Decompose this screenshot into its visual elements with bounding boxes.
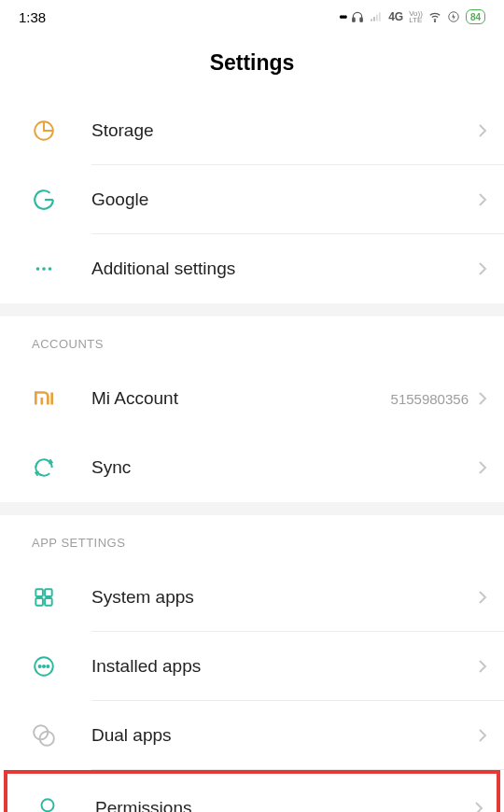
row-value: 5155980356 — [391, 391, 469, 407]
svg-rect-2 — [371, 19, 372, 21]
svg-rect-15 — [45, 598, 52, 606]
svg-point-11 — [49, 267, 52, 271]
row-google[interactable]: Google — [0, 165, 504, 234]
headphones-icon — [351, 10, 364, 23]
section-accounts: ACCOUNTS — [0, 316, 504, 364]
svg-point-6 — [434, 21, 435, 21]
more-icon: ••• — [340, 10, 346, 23]
battery-indicator: 84 — [466, 9, 485, 24]
row-installed-apps[interactable]: Installed apps — [0, 632, 504, 701]
svg-point-9 — [36, 267, 40, 271]
svg-rect-0 — [353, 18, 355, 21]
mi-icon — [32, 386, 56, 411]
chevron-right-icon — [478, 261, 487, 276]
svg-point-10 — [42, 267, 46, 271]
svg-point-22 — [42, 799, 54, 811]
chevron-right-icon — [478, 728, 487, 743]
chevron-right-icon — [478, 460, 487, 475]
volte-label: Vo))LTE — [409, 10, 423, 23]
network-label: 4G — [388, 10, 403, 23]
row-label: Sync — [91, 457, 478, 478]
row-permissions[interactable]: Permissions — [7, 774, 497, 812]
row-dual-apps[interactable]: Dual apps — [0, 701, 504, 770]
permissions-icon — [35, 796, 60, 812]
row-label: Permissions — [95, 798, 474, 812]
status-bar: 1:38 ••• 4G Vo))LTE 84 — [0, 0, 504, 34]
svg-rect-14 — [35, 598, 43, 606]
charging-icon — [447, 10, 460, 23]
chevron-right-icon — [478, 590, 487, 605]
chevron-right-icon — [474, 801, 483, 812]
svg-rect-1 — [360, 18, 362, 21]
row-label: System apps — [91, 587, 478, 608]
row-label: Dual apps — [91, 725, 478, 746]
svg-rect-3 — [373, 17, 375, 21]
section-app-settings: APP SETTINGS — [0, 515, 504, 563]
svg-point-17 — [39, 665, 41, 667]
row-label: Google — [91, 189, 478, 210]
chevron-right-icon — [478, 391, 487, 406]
installed-icon — [32, 654, 56, 679]
grid-icon — [32, 585, 56, 609]
row-label: Installed apps — [91, 656, 478, 677]
row-label: Mi Account — [91, 388, 391, 409]
row-label: Storage — [91, 120, 478, 141]
row-mi-account[interactable]: Mi Account 5155980356 — [0, 364, 504, 433]
highlight-permissions: Permissions — [4, 770, 500, 812]
status-time: 1:38 — [19, 9, 46, 25]
svg-rect-5 — [379, 12, 381, 21]
signal-icon — [370, 10, 383, 23]
svg-point-19 — [47, 665, 49, 667]
svg-point-20 — [34, 725, 48, 739]
wifi-icon — [428, 10, 441, 23]
row-additional-settings[interactable]: Additional settings — [0, 234, 504, 303]
chevron-right-icon — [478, 659, 487, 674]
status-indicators: ••• 4G Vo))LTE 84 — [340, 9, 485, 24]
chevron-right-icon — [478, 123, 487, 138]
row-system-apps[interactable]: System apps — [0, 563, 504, 632]
row-label: Additional settings — [91, 259, 478, 279]
dual-icon — [32, 723, 56, 748]
svg-rect-13 — [45, 589, 52, 596]
row-sync[interactable]: Sync — [0, 433, 504, 502]
svg-rect-12 — [35, 589, 43, 596]
row-storage[interactable]: Storage — [0, 96, 504, 165]
google-icon — [32, 188, 56, 212]
page-title: Settings — [0, 34, 504, 96]
sync-icon — [32, 455, 56, 480]
dots-icon — [32, 257, 56, 281]
svg-point-18 — [43, 665, 45, 667]
svg-rect-4 — [376, 15, 378, 21]
storage-icon — [32, 119, 56, 143]
chevron-right-icon — [478, 192, 487, 207]
